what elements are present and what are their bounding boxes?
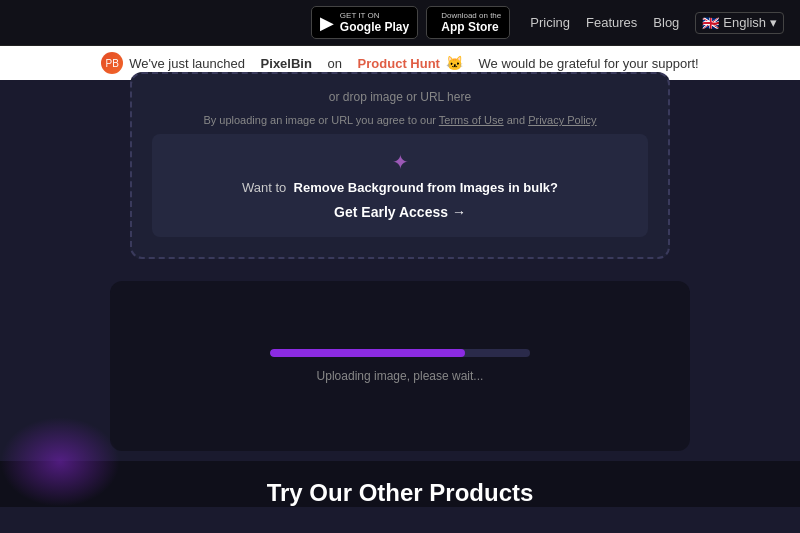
language-selector[interactable]: 🇬🇧 English ▾ bbox=[695, 12, 784, 34]
flag-icon: 🇬🇧 bbox=[702, 15, 719, 31]
google-play-top-label: GET IT ON bbox=[340, 11, 409, 20]
chevron-down-icon: ▾ bbox=[770, 15, 777, 30]
google-play-label: Google Play bbox=[340, 20, 409, 34]
privacy-policy-link[interactable]: Privacy Policy bbox=[528, 114, 596, 126]
google-play-badge[interactable]: ▶ GET IT ON Google Play bbox=[311, 6, 418, 39]
nav-links: Pricing Features Blog 🇬🇧 English ▾ bbox=[530, 12, 784, 34]
upload-card: or drop image or URL here By uploading a… bbox=[130, 72, 670, 259]
other-products-section: Try Our Other Products bbox=[0, 461, 800, 507]
announcement-text-before: We've just launched bbox=[129, 56, 245, 71]
blog-link[interactable]: Blog bbox=[653, 15, 679, 30]
drop-text: or drop image or URL here bbox=[152, 90, 648, 104]
brand-name: PixelBin bbox=[261, 56, 312, 71]
pricing-link[interactable]: Pricing bbox=[530, 15, 570, 30]
decorative-blob bbox=[0, 417, 120, 507]
announcement-text-after: We would be grateful for your support! bbox=[479, 56, 699, 71]
progress-bar-container bbox=[270, 349, 530, 357]
navbar: ▶ GET IT ON Google Play Download on the … bbox=[0, 0, 800, 46]
bulk-text: Want to Remove Background from Images in… bbox=[172, 180, 628, 195]
progress-section: Uploading image, please wait... bbox=[110, 281, 690, 451]
app-store-label: App Store bbox=[441, 20, 501, 34]
app-store-top-label: Download on the bbox=[441, 11, 501, 20]
google-play-icon: ▶ bbox=[320, 12, 334, 34]
product-hunt-link[interactable]: Product Hunt bbox=[358, 56, 440, 71]
bulk-section: ✦ Want to Remove Background from Images … bbox=[152, 134, 648, 237]
progress-label: Uploading image, please wait... bbox=[317, 369, 484, 383]
terms-of-use-link[interactable]: Terms of Use bbox=[439, 114, 504, 126]
main-area: or drop image or URL here By uploading a… bbox=[0, 80, 800, 507]
early-access-button[interactable]: Get Early Access → bbox=[334, 204, 466, 220]
avatar: PB bbox=[101, 52, 123, 74]
other-products-title: Try Our Other Products bbox=[0, 479, 800, 507]
announcement-on: on bbox=[328, 56, 342, 71]
lang-label: English bbox=[723, 15, 766, 30]
progress-bar-fill bbox=[270, 349, 465, 357]
features-link[interactable]: Features bbox=[586, 15, 637, 30]
terms-text: By uploading an image or URL you agree t… bbox=[152, 114, 648, 126]
product-hunt-icon: 🐱 bbox=[446, 55, 463, 71]
app-store-badge[interactable]: Download on the App Store bbox=[426, 6, 510, 39]
bulk-icon: ✦ bbox=[172, 150, 628, 174]
